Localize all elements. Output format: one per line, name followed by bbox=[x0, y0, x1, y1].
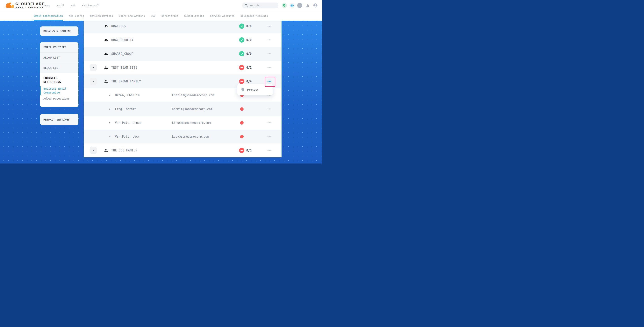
row-actions-menu-test-team-site[interactable] bbox=[267, 65, 272, 70]
member-chevron-icon: > bbox=[109, 102, 110, 116]
protected-count: 0/1 bbox=[246, 61, 252, 74]
sidebar-section-enhanced-detections[interactable]: ENHANCED DETECTIONS Business Email Compr… bbox=[40, 73, 78, 107]
section-tabs: Email ConfigurationWeb ConfigNetwork Dev… bbox=[0, 11, 322, 20]
sidebar-policy-items: EMAIL POLICIESALLOW LISTBLOCK LIST bbox=[40, 42, 78, 73]
member-email: Charlie@somedemocorp.com bbox=[172, 88, 214, 102]
shield-check-icon[interactable] bbox=[282, 3, 287, 8]
account-icon[interactable] bbox=[313, 3, 318, 8]
chevron-icon: › bbox=[92, 80, 95, 82]
group-name: THE JOE FAMILY bbox=[111, 143, 137, 157]
tab-sso[interactable]: SSO bbox=[151, 11, 155, 20]
minus-icon bbox=[240, 81, 243, 82]
status-dot-unprotected bbox=[240, 121, 244, 125]
status-badge-protected bbox=[239, 23, 244, 29]
row-actions-menu-shared-group[interactable] bbox=[267, 51, 272, 56]
tab-delegated-accounts[interactable]: Delegated Accounts bbox=[240, 11, 268, 20]
row-actions-menu-frog-kermit[interactable] bbox=[267, 106, 272, 112]
top-header: CLOUDFLARE AREA 1 SECURITY HomeEmailWebP… bbox=[0, 0, 322, 11]
collapse-toggle-the-brown-family[interactable]: › bbox=[90, 78, 97, 85]
tab-service-accounts[interactable]: Service Accounts bbox=[210, 11, 234, 20]
search-icon bbox=[245, 4, 248, 7]
tab-directories[interactable]: Directories bbox=[162, 11, 178, 20]
group-name: SHARED_GROUP bbox=[111, 47, 134, 61]
settings-gear-icon[interactable] bbox=[290, 3, 294, 8]
group-icon bbox=[104, 149, 108, 152]
expand-toggle-test-team-site[interactable]: › bbox=[90, 64, 97, 71]
sidebar-item-business-email-compromise[interactable]: Business Email Compromise bbox=[44, 87, 72, 94]
table-row-member-van-pelt-linus: >Van Pelt, LinusLinus@somedemocorp.com bbox=[84, 116, 282, 130]
header-icons: ? bbox=[282, 3, 318, 8]
chevron-icon: › bbox=[92, 66, 94, 69]
protected-count: 0/0 bbox=[246, 19, 252, 33]
member-chevron-icon: > bbox=[109, 88, 110, 102]
group-icon bbox=[104, 79, 108, 83]
member-email: Kermit@somedemocorp.com bbox=[172, 102, 212, 116]
status-badge-unprotected bbox=[239, 79, 244, 84]
status-dot-unprotected bbox=[240, 107, 244, 111]
shield-icon bbox=[241, 88, 244, 91]
tab-subscriptions[interactable]: Subscriptions bbox=[184, 11, 204, 20]
sidebar-item-added-detections[interactable]: Added Detections bbox=[44, 97, 76, 100]
sidebar-item-domains-routing[interactable]: DOMAINS & ROUTING bbox=[40, 26, 78, 36]
member-name: Van Pelt, Lucy bbox=[115, 130, 140, 143]
status-badge-protected bbox=[239, 37, 244, 42]
status-badge-protected bbox=[239, 51, 244, 56]
header-nav: HomeEmailWebPhishGuard™ bbox=[44, 0, 99, 11]
notifications-bell-icon[interactable] bbox=[305, 3, 310, 8]
group-name: RBACO365 bbox=[111, 19, 126, 33]
row-actions-menu-van-pelt-lucy[interactable] bbox=[267, 134, 272, 139]
group-icon bbox=[104, 24, 108, 28]
sidebar-item-block-list[interactable]: BLOCK LIST bbox=[40, 63, 78, 73]
group-icon bbox=[104, 66, 108, 70]
tab-web-config[interactable]: Web Config bbox=[69, 11, 84, 20]
nav-link-phishguard[interactable]: PhishGuard™ bbox=[82, 4, 99, 7]
sidebar-policy-card: EMAIL POLICIESALLOW LISTBLOCK LIST ENHAN… bbox=[40, 42, 78, 107]
table-row-group-shared-group: SHARED_GROUP0/0 bbox=[84, 47, 282, 61]
member-email: Linus@somedemocorp.com bbox=[172, 116, 211, 130]
expand-toggle-the-joe-family[interactable]: › bbox=[90, 147, 97, 154]
cloudflare-logo[interactable]: CLOUDFLARE AREA 1 SECURITY bbox=[5, 2, 45, 9]
tab-network-devices[interactable]: Network Devices bbox=[90, 11, 113, 20]
tab-users-and-actions[interactable]: Users and Actions bbox=[119, 11, 145, 20]
table-row-group-rbaco365: RBACO3650/0 bbox=[84, 19, 282, 33]
brand-line2: AREA 1 SECURITY bbox=[15, 6, 45, 9]
group-name: TEST TEAM SITE bbox=[111, 61, 137, 74]
status-badge-unprotected bbox=[239, 148, 244, 153]
search-placeholder: Search… bbox=[250, 4, 260, 7]
sidebar-item-email-policies[interactable]: EMAIL POLICIES bbox=[40, 42, 78, 52]
search-input[interactable]: Search… bbox=[242, 2, 278, 8]
row-actions-menu-the-joe-family[interactable] bbox=[267, 148, 272, 153]
brand-text: CLOUDFLARE AREA 1 SECURITY bbox=[15, 2, 45, 9]
nav-link-web[interactable]: Web bbox=[71, 4, 75, 7]
group-icon bbox=[104, 38, 108, 42]
protected-count: 0/5 bbox=[246, 143, 252, 157]
protected-count: 0/0 bbox=[246, 33, 252, 47]
nav-link-home[interactable]: Home bbox=[44, 4, 50, 7]
context-menu-item-protect[interactable]: Protect bbox=[247, 88, 258, 91]
member-name: Van Pelt, Linus bbox=[115, 116, 141, 130]
member-name: Brown, Charlie bbox=[115, 88, 140, 102]
member-name: Frog, Kermit bbox=[115, 102, 136, 116]
table-row-member-van-pelt-lucy: >Van Pelt, LucyLucy@somedemocorp.com bbox=[84, 130, 282, 143]
tab-email-configuration[interactable]: Email Configuration bbox=[34, 11, 63, 20]
row-actions-menu-rbaco365[interactable] bbox=[267, 23, 272, 29]
annotation-highlight-rectangle bbox=[265, 77, 275, 87]
table-row-group-rbacsecurity: RBACSECURITY0/0 bbox=[84, 33, 282, 47]
row-actions-menu-van-pelt-linus[interactable] bbox=[267, 120, 272, 125]
sidebar-label: RETRACT SETTINGS bbox=[44, 118, 70, 121]
enhanced-detections-heading: ENHANCED DETECTIONS bbox=[44, 76, 71, 84]
table-row-group-test-team-site: ›TEST TEAM SITE0/1 bbox=[84, 61, 282, 74]
group-name: THE BROWN FAMILY bbox=[111, 74, 141, 88]
minus-icon bbox=[240, 67, 243, 68]
row-actions-menu-rbacsecurity[interactable] bbox=[267, 37, 272, 42]
protected-count: 0/0 bbox=[246, 47, 252, 61]
chevron-icon: › bbox=[92, 149, 94, 152]
cloudflare-cloud-icon bbox=[5, 2, 14, 8]
nav-link-email[interactable]: Email bbox=[57, 4, 64, 7]
help-icon[interactable]: ? bbox=[297, 3, 302, 8]
table-row-member-frog-kermit: >Frog, KermitKermit@somedemocorp.com bbox=[84, 102, 282, 116]
sidebar-item-retract-settings[interactable]: RETRACT SETTINGS bbox=[40, 114, 78, 125]
group-icon bbox=[104, 52, 108, 56]
sidebar-item-allow-list[interactable]: ALLOW LIST bbox=[40, 52, 78, 63]
minus-icon bbox=[240, 150, 243, 151]
